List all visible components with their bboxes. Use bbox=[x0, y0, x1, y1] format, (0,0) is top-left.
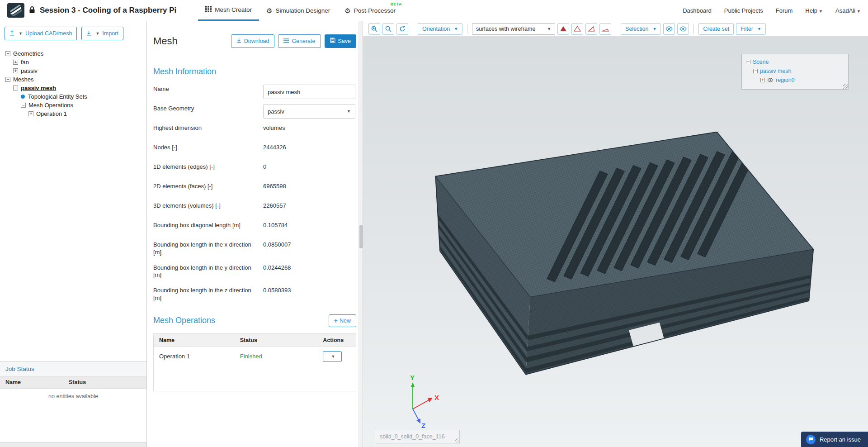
field-row-highest-dimension: Highest dimension volumes bbox=[153, 124, 356, 136]
app-logo[interactable] bbox=[7, 3, 24, 18]
scene-tree-overlay[interactable]: Scene passiv mesh region0 bbox=[741, 54, 849, 90]
mesh-quality-skew-button[interactable] bbox=[585, 23, 597, 35]
zoom-in-button[interactable] bbox=[368, 23, 380, 35]
scrollbar-thumb[interactable] bbox=[359, 225, 363, 248]
field-row-name: Name bbox=[153, 85, 356, 99]
expand-icon[interactable] bbox=[760, 78, 765, 82]
vertical-scrollbar[interactable] bbox=[359, 21, 363, 447]
generate-button[interactable]: Generate bbox=[278, 34, 321, 48]
job-status-panel: Job Status Name Status no entities avail… bbox=[0, 361, 146, 447]
new-operation-button[interactable]: + New bbox=[329, 314, 356, 327]
scene-root-item[interactable]: Scene bbox=[746, 57, 844, 67]
upload-cad-mesh-button[interactable]: ▼ Upload CAD/mesh bbox=[5, 27, 77, 40]
scene-region-item[interactable]: region0 bbox=[746, 76, 844, 85]
create-set-button[interactable]: Create set bbox=[698, 23, 734, 35]
collapse-icon[interactable] bbox=[746, 60, 750, 64]
eye-icon bbox=[679, 26, 687, 32]
field-row-bbox-z: Bounding box length in the z direction [… bbox=[153, 286, 356, 302]
resize-handle[interactable] bbox=[455, 438, 459, 442]
refresh-icon bbox=[399, 26, 406, 32]
field-row-base-geometry: Base Geometry passiv ▼ bbox=[153, 104, 356, 119]
collapse-icon[interactable] bbox=[13, 86, 18, 90]
viewer-3d[interactable]: Orientation ▼ surfaces with wireframe ▼ bbox=[363, 21, 868, 447]
chevron-down-icon: ▼ bbox=[331, 354, 335, 359]
collapse-icon[interactable] bbox=[753, 69, 758, 73]
operation-actions-dropdown[interactable]: ▼ bbox=[323, 351, 342, 362]
hide-selection-button[interactable] bbox=[663, 23, 675, 35]
field-row-bbox-x: Bounding box length in the x direction [… bbox=[153, 240, 356, 256]
job-status-empty-text: no entities available bbox=[0, 389, 146, 442]
tab-label: Mesh Creator bbox=[215, 6, 252, 13]
gear-icon: ⚙ bbox=[344, 7, 350, 14]
tree-item-mesh-operations[interactable]: Mesh Operations bbox=[5, 101, 141, 109]
import-button[interactable]: ▼ Import bbox=[81, 27, 123, 40]
orientation-dropdown[interactable]: Orientation ▼ bbox=[418, 23, 462, 35]
col-status: Status bbox=[235, 333, 318, 347]
expand-icon[interactable] bbox=[28, 111, 33, 116]
download-button[interactable]: Download bbox=[231, 34, 275, 48]
triangle-outline-icon bbox=[574, 26, 581, 32]
mesh-quality-sliver-button[interactable] bbox=[599, 23, 611, 35]
scene-mesh-item[interactable]: passiv mesh bbox=[746, 67, 844, 76]
lock-icon bbox=[29, 6, 35, 15]
job-status-col-status: Status bbox=[63, 376, 91, 388]
tree-item-geometries[interactable]: Geometries bbox=[5, 49, 141, 58]
chevron-down-icon: ▼ bbox=[757, 27, 761, 31]
list-icon bbox=[283, 38, 289, 44]
panel-title: Mesh bbox=[153, 35, 178, 47]
nav-link-dashboard[interactable]: Dashboard bbox=[683, 7, 712, 14]
zoom-box-button[interactable] bbox=[382, 23, 394, 35]
nav-link-public-projects[interactable]: Public Projects bbox=[724, 7, 763, 14]
tab-label: Post-Processor bbox=[354, 7, 396, 14]
tab-mesh-creator[interactable]: Mesh Creator bbox=[198, 0, 259, 21]
expand-icon[interactable] bbox=[13, 60, 18, 65]
field-row-bbox-y: Bounding box length in the y direction [… bbox=[153, 263, 356, 279]
divider bbox=[693, 24, 694, 33]
tree-item-passiv-mesh[interactable]: passiv mesh bbox=[5, 84, 141, 92]
resize-handle[interactable] bbox=[843, 84, 848, 89]
chevron-down-icon: ▼ bbox=[95, 31, 99, 36]
save-button[interactable]: Save bbox=[325, 34, 357, 48]
tree-item-fan[interactable]: fan bbox=[5, 58, 141, 67]
collapse-icon[interactable] bbox=[5, 77, 10, 82]
axis-y-label: Y bbox=[410, 374, 415, 381]
tree-item-passiv[interactable]: passiv bbox=[5, 67, 141, 75]
help-menu[interactable]: Help▼ bbox=[805, 7, 823, 14]
user-menu[interactable]: AsadAli▼ bbox=[835, 7, 861, 14]
mesh-operations-heading: Mesh Operations bbox=[153, 316, 215, 325]
base-geometry-select[interactable]: passiv ▼ bbox=[263, 104, 355, 119]
nav-link-forum[interactable]: Forum bbox=[776, 7, 793, 14]
reset-view-button[interactable] bbox=[396, 23, 408, 35]
operation-name[interactable]: Operation 1 bbox=[154, 347, 235, 366]
expand-icon[interactable] bbox=[13, 68, 18, 73]
show-all-button[interactable] bbox=[677, 23, 689, 35]
render-mode-select[interactable]: surfaces with wireframe ▼ bbox=[472, 23, 555, 35]
horizontal-scrollbar[interactable] bbox=[0, 442, 146, 447]
chevron-down-icon: ▼ bbox=[857, 9, 861, 14]
tab-post-processor[interactable]: ⚙ Post-Processor BETA bbox=[337, 0, 403, 21]
chevron-down-icon: ▼ bbox=[819, 9, 823, 14]
tree-item-operation-1[interactable]: Operation 1 bbox=[5, 109, 141, 118]
tree-item-topological-entity-sets[interactable]: Topological Entity Sets bbox=[5, 92, 141, 101]
viewport-toolbar: Orientation ▼ surfaces with wireframe ▼ bbox=[363, 21, 868, 37]
mesh-quality-outline-button[interactable] bbox=[571, 23, 583, 35]
tree-item-meshes[interactable]: Meshes bbox=[5, 75, 141, 84]
project-title: Session 3 - Cooling of a Raspberry Pi bbox=[40, 6, 176, 15]
triangle-filled-icon bbox=[560, 26, 567, 32]
tab-simulation-designer[interactable]: ⚙ Simulation Designer bbox=[259, 0, 337, 21]
mesh-name-input[interactable] bbox=[263, 85, 355, 99]
chat-bubble-icon bbox=[806, 435, 816, 444]
axis-triad: Y X Z bbox=[393, 374, 443, 430]
collapse-icon[interactable] bbox=[21, 103, 26, 108]
collapse-icon[interactable] bbox=[5, 51, 10, 56]
mesh-settings-panel: Mesh Download Generate bbox=[147, 21, 363, 447]
status-badge: Finished bbox=[235, 347, 318, 366]
eye-icon[interactable] bbox=[767, 78, 774, 82]
filter-dropdown[interactable]: Filter ▼ bbox=[736, 23, 766, 35]
divider bbox=[616, 24, 616, 33]
report-issue-button[interactable]: Report an issue bbox=[801, 432, 868, 447]
selection-dropdown[interactable]: Selection ▼ bbox=[621, 23, 661, 35]
hovered-entity-label: solid_0_solid_0_face_116 bbox=[375, 430, 460, 443]
mesh-quality-filled-button[interactable] bbox=[557, 23, 569, 35]
divider bbox=[413, 24, 413, 33]
